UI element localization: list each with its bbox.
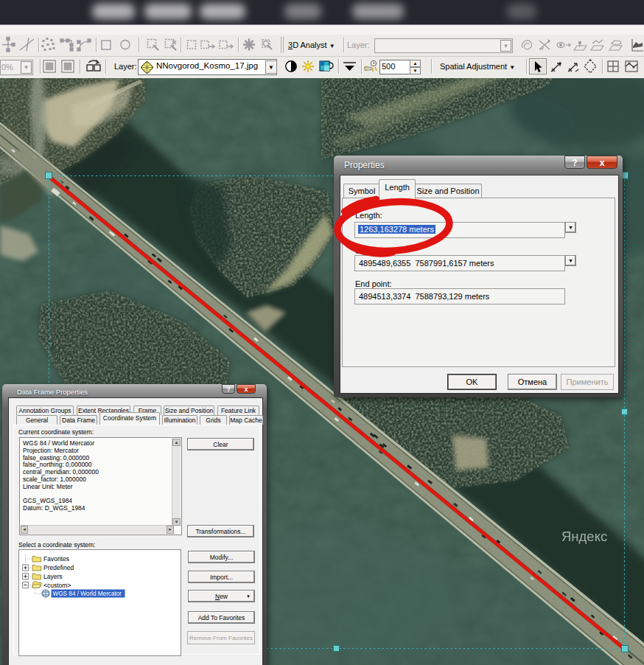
svg-text:Favorites: Favorites xyxy=(43,555,69,563)
svg-text:Layers: Layers xyxy=(43,573,63,580)
svg-text:Predefined: Predefined xyxy=(43,564,74,571)
svg-text:<custom>: <custom> xyxy=(43,582,71,589)
svg-text:Яндекс: Яндекс xyxy=(561,529,607,544)
svg-text:WGS 84 / World Mercator: WGS 84 / World Mercator xyxy=(53,591,122,597)
